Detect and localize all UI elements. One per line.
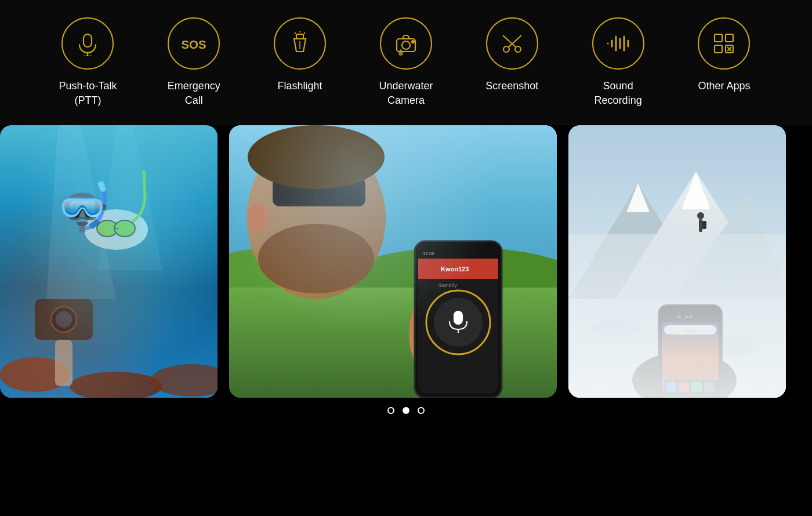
carousel-dot-3[interactable] <box>418 407 425 414</box>
mountain-scene: Fri, Jul 9 Google <box>568 125 786 398</box>
svg-line-7 <box>304 32 305 34</box>
emergency-call-icon-wrap: SOS <box>168 17 220 70</box>
svg-rect-66 <box>568 125 786 398</box>
svg-rect-87 <box>666 381 676 392</box>
svg-rect-38 <box>35 299 93 340</box>
svg-point-39 <box>51 307 77 332</box>
svg-point-44 <box>316 247 557 351</box>
underwater-camera-icon-wrap <box>380 17 432 70</box>
svg-point-33 <box>151 364 217 397</box>
svg-rect-81 <box>662 310 719 322</box>
svg-rect-72 <box>568 299 786 398</box>
carousel-image-ptt: 12:00 Kwon123 Standby <box>229 125 557 398</box>
underwater-camera-label: UnderwaterCamera <box>379 79 433 108</box>
underwater-bg <box>0 125 217 398</box>
svg-rect-41 <box>55 340 72 386</box>
svg-point-13 <box>515 46 521 52</box>
mountain-bg: Fri, Jul 9 Google <box>568 125 786 398</box>
scissors-icon <box>499 31 525 56</box>
svg-point-51 <box>248 204 269 232</box>
svg-rect-55 <box>418 247 498 393</box>
svg-rect-4 <box>296 34 303 39</box>
feature-other-apps[interactable]: Other Apps <box>677 17 770 93</box>
feature-flashlight[interactable]: Flashlight <box>253 17 346 93</box>
svg-text:12:00: 12:00 <box>423 251 435 256</box>
emergency-call-label: EmergencyCall <box>168 79 220 108</box>
svg-text:SOS: SOS <box>182 38 206 51</box>
svg-rect-86 <box>665 380 720 398</box>
svg-line-15 <box>503 35 516 47</box>
svg-point-46 <box>246 137 386 299</box>
svg-rect-56 <box>418 247 498 259</box>
svg-rect-91 <box>662 392 719 398</box>
svg-rect-50 <box>319 179 362 204</box>
svg-rect-64 <box>454 311 463 325</box>
microphone-icon <box>75 31 100 56</box>
svg-point-63 <box>434 298 483 347</box>
svg-rect-60 <box>418 279 498 290</box>
carousel-image-mountain: Fri, Jul 9 Google <box>568 125 786 398</box>
feature-sound-recording[interactable]: SoundRecording <box>572 17 665 108</box>
svg-rect-80 <box>662 310 719 398</box>
carousel-dot-2[interactable] <box>403 407 409 414</box>
svg-rect-88 <box>679 381 689 392</box>
svg-rect-89 <box>691 381 702 392</box>
svg-point-53 <box>409 276 502 392</box>
svg-line-8 <box>295 32 296 34</box>
svg-text:Standby: Standby <box>438 282 458 288</box>
svg-point-62 <box>426 290 490 354</box>
svg-point-34 <box>84 209 148 250</box>
svg-rect-45 <box>229 288 557 398</box>
svg-point-43 <box>229 247 403 340</box>
svg-point-52 <box>248 125 385 189</box>
svg-rect-22 <box>715 34 722 42</box>
ptt-bg: 12:00 Kwon123 Standby <box>229 125 557 398</box>
svg-rect-48 <box>273 177 365 206</box>
svg-point-36 <box>114 220 135 237</box>
svg-rect-83 <box>662 322 719 392</box>
flashlight-icon <box>287 31 313 56</box>
svg-point-76 <box>697 212 704 219</box>
sound-recording-label: SoundRecording <box>594 79 642 108</box>
feature-push-to-talk[interactable]: Push-to-Talk(PTT) <box>41 17 134 108</box>
svg-rect-77 <box>702 221 706 229</box>
svg-rect-0 <box>84 34 92 47</box>
carousel-section: 12:00 Kwon123 Standby <box>0 125 812 443</box>
svg-rect-79 <box>658 305 722 398</box>
svg-point-11 <box>412 41 414 43</box>
svg-point-74 <box>702 335 760 356</box>
svg-rect-54 <box>415 241 502 398</box>
svg-rect-84 <box>664 325 716 335</box>
other-apps-icon-wrap <box>698 17 750 70</box>
features-bar: Push-to-Talk(PTT) SOS EmergencyCall Flas… <box>0 0 812 125</box>
underwater-scene <box>0 125 217 398</box>
screenshot-label: Screenshot <box>485 79 538 93</box>
sound-recording-icon-wrap <box>592 17 644 70</box>
feature-screenshot[interactable]: Screenshot <box>466 17 559 93</box>
carousel-image-underwater <box>0 125 217 398</box>
push-to-talk-label: Push-to-Talk(PTT) <box>59 79 117 108</box>
svg-rect-58 <box>418 259 498 279</box>
svg-marker-29 <box>46 125 116 299</box>
svg-marker-30 <box>99 125 162 270</box>
feature-emergency-call[interactable]: SOS EmergencyCall <box>147 17 240 108</box>
svg-rect-42 <box>229 125 557 288</box>
svg-point-78 <box>632 351 737 398</box>
svg-text:Send emergency to 1067 TP...: Send emergency to 1067 TP... <box>664 396 711 398</box>
svg-point-12 <box>503 46 509 52</box>
feature-underwater-camera[interactable]: UnderwaterCamera <box>360 17 452 108</box>
camera-icon <box>393 31 419 56</box>
carousel-dot-1[interactable] <box>387 407 394 414</box>
svg-point-31 <box>0 357 70 392</box>
grid-icon <box>711 31 737 56</box>
flashlight-label: Flashlight <box>278 79 322 93</box>
svg-rect-49 <box>276 179 313 204</box>
screenshot-icon-wrap <box>486 17 538 70</box>
svg-point-35 <box>97 220 118 237</box>
svg-text:Google: Google <box>684 329 697 333</box>
carousel-slide: 12:00 Kwon123 Standby <box>0 125 812 398</box>
svg-line-14 <box>509 35 521 47</box>
ptt-scene: 12:00 Kwon123 Standby <box>229 125 557 398</box>
flashlight-icon-wrap <box>274 17 326 70</box>
svg-rect-90 <box>704 381 715 392</box>
